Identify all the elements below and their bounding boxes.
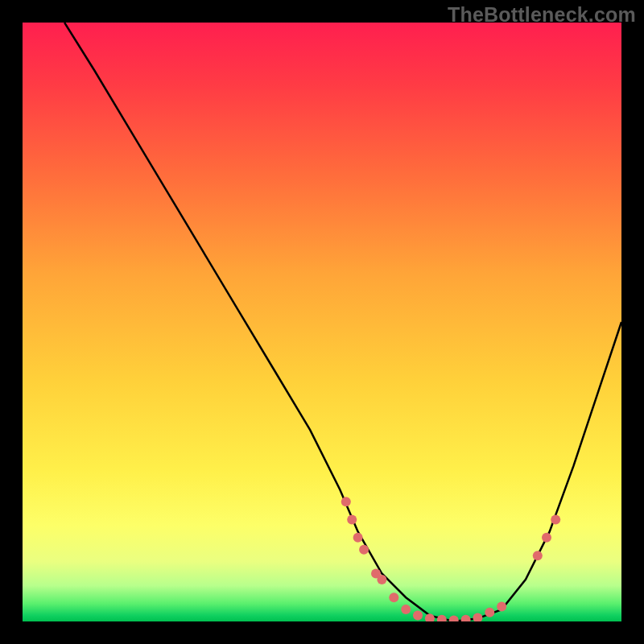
highlight-dot xyxy=(473,613,482,622)
highlight-dot xyxy=(533,551,543,560)
highlight-dot xyxy=(551,515,560,525)
highlight-dot xyxy=(497,601,506,611)
chart-svg xyxy=(23,23,621,621)
highlight-dot xyxy=(413,611,423,621)
highlight-dot xyxy=(377,575,386,584)
highlight-dot xyxy=(359,545,369,555)
highlight-dot xyxy=(341,497,351,506)
highlight-dot xyxy=(425,613,435,621)
plot-area xyxy=(23,23,621,621)
bottleneck-curve xyxy=(64,23,621,621)
highlight-dot xyxy=(347,515,357,525)
highlight-dot xyxy=(542,533,551,543)
highlight-dot xyxy=(485,608,494,617)
highlight-dot xyxy=(449,616,459,622)
highlight-dot xyxy=(353,533,363,543)
highlight-dot xyxy=(437,615,447,621)
highlight-dot xyxy=(401,605,411,614)
highlight-dot xyxy=(461,615,471,621)
chart-frame: TheBottleneck.com xyxy=(0,0,644,644)
highlight-dot xyxy=(389,592,398,602)
